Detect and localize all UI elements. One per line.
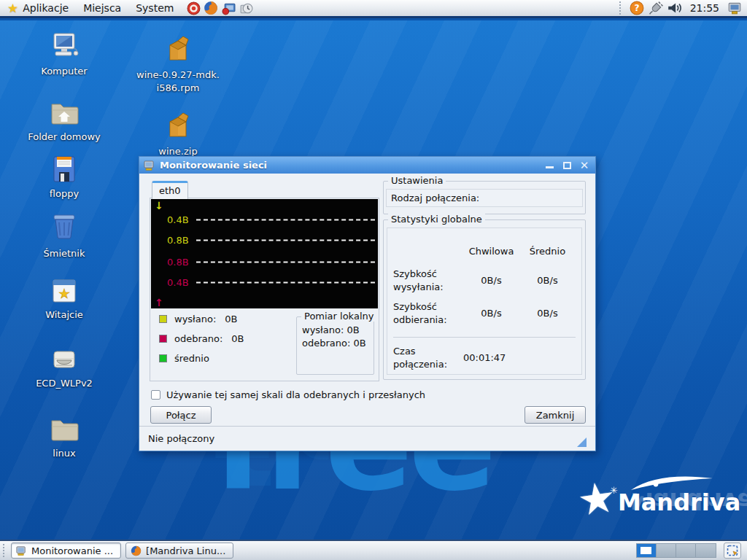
workspace-switcher bbox=[636, 543, 716, 558]
settings-group: Ustawienia Rodzaj połączenia: bbox=[383, 181, 586, 214]
speaker-icon bbox=[667, 1, 683, 15]
window-titlebar[interactable]: Monitorowanie sieci ✕ bbox=[139, 157, 595, 174]
screen-capture-icon bbox=[727, 1, 742, 15]
tasklist-drag-handle[interactable] bbox=[3, 544, 7, 557]
firefox-task-icon bbox=[131, 545, 142, 556]
close-button[interactable]: ✕ bbox=[579, 160, 589, 171]
average-color-swatch bbox=[159, 354, 167, 362]
menu-applications[interactable]: ★ Aplikacje bbox=[0, 0, 76, 16]
connection-status: Nie połączony bbox=[148, 433, 577, 444]
dashed-gridline bbox=[196, 261, 375, 262]
menu-places[interactable]: Miejsca bbox=[76, 0, 128, 16]
tab-eth0[interactable]: eth0 bbox=[152, 181, 188, 199]
mandriva-logo-reflection: Mandriva bbox=[630, 487, 738, 515]
workspace-1[interactable] bbox=[637, 544, 657, 557]
minimize-button[interactable] bbox=[544, 160, 554, 171]
network-monitor-window: Monitorowanie sieci ✕ eth0 ↓ 0.4B 0.8B bbox=[139, 156, 596, 451]
same-scale-option[interactable]: Używanie tej samej skali dla odebranych … bbox=[151, 389, 425, 400]
connect-button[interactable]: Połącz bbox=[150, 406, 212, 424]
life-ring-icon bbox=[187, 1, 201, 15]
window-statusbar: Nie połączony bbox=[139, 426, 595, 451]
window-app-icon bbox=[144, 160, 155, 171]
task-browser[interactable]: [Mandriva Linu... bbox=[125, 542, 233, 559]
panel-launchers bbox=[185, 0, 254, 16]
maximize-icon bbox=[563, 162, 571, 169]
desktop-icon-welcome[interactable]: ★ Witajcie bbox=[17, 277, 112, 322]
home-folder-icon bbox=[47, 98, 82, 128]
clock-app-launcher[interactable] bbox=[238, 0, 254, 16]
browser-launcher[interactable] bbox=[203, 0, 219, 16]
desktop-icon-wine-zip[interactable]: wine.zip bbox=[131, 109, 225, 158]
trash-icon bbox=[47, 210, 82, 245]
mandriva-star-icon: ★ bbox=[7, 1, 18, 15]
package-icon bbox=[160, 109, 196, 143]
close-dialog-button[interactable]: Zamknij bbox=[525, 406, 586, 424]
menu-system[interactable]: System bbox=[128, 0, 181, 16]
bottom-taskbar: Monitorowanie ... [Mandriva Linu... bbox=[0, 540, 747, 560]
desktop-icon-floppy[interactable]: floppy bbox=[17, 153, 112, 201]
welcome-window-icon: ★ bbox=[48, 277, 80, 306]
traffic-graph: ↓ 0.4B 0.8B 0.8B 0.4B ↑ bbox=[151, 199, 378, 308]
firefox-icon bbox=[204, 1, 218, 15]
workspace-4[interactable] bbox=[696, 544, 716, 557]
desktop-icon-wine-rpm[interactable]: wine-0.9.27-mdk. i586.rpm bbox=[131, 33, 225, 94]
orange-question-icon: ? bbox=[630, 1, 644, 15]
panel-clock[interactable]: 21:55 bbox=[686, 2, 724, 14]
resize-grip[interactable] bbox=[577, 438, 587, 447]
desktop-icon-computer[interactable]: Komputer bbox=[17, 31, 112, 78]
mandriva-logo-star-icon: ★ bbox=[576, 479, 618, 519]
upload-arrow-icon: ↑ bbox=[155, 298, 163, 307]
legend-sent: wysłano: 0B bbox=[159, 314, 244, 324]
show-desktop-button[interactable] bbox=[724, 542, 741, 559]
graph-gridline: 0.4B bbox=[151, 214, 375, 225]
help-launcher[interactable] bbox=[185, 0, 201, 16]
maximize-button[interactable] bbox=[562, 160, 572, 171]
package-icon bbox=[160, 33, 196, 66]
dashed-gridline bbox=[196, 239, 375, 241]
desktop-icon-label: linux bbox=[53, 447, 75, 460]
desktop-icon-linux-folder[interactable]: linux bbox=[17, 414, 112, 460]
desktop-icon-home-folder[interactable]: Folder domowy bbox=[17, 98, 112, 144]
stats-header-row: Chwilowa Średnio bbox=[393, 231, 576, 264]
same-scale-checkbox[interactable] bbox=[151, 390, 160, 400]
screenshot-applet[interactable] bbox=[727, 0, 743, 16]
local-sent-row: wysłano: 0B bbox=[302, 324, 368, 335]
task-network-monitor[interactable]: Monitorowanie ... bbox=[11, 542, 121, 559]
display-app-launcher[interactable] bbox=[220, 0, 236, 16]
window-title: Monitorowanie sieci bbox=[160, 160, 540, 171]
stats-separator bbox=[393, 337, 576, 338]
close-icon: ✕ bbox=[580, 160, 589, 171]
folder-icon bbox=[47, 414, 82, 445]
network-status[interactable] bbox=[648, 0, 664, 16]
sent-color-swatch bbox=[159, 315, 167, 323]
desktop-icon-label: Śmietnik bbox=[43, 247, 85, 260]
desktop-icon-label: ECD_WLPv2 bbox=[36, 377, 93, 390]
workspace-2[interactable] bbox=[657, 544, 676, 557]
graph-legend: wysłano: 0B odebrano: 0B średnio bbox=[159, 314, 244, 364]
mandriva-logo: ★ ✳ Mandriva Mandriva bbox=[578, 474, 738, 542]
applet-drag-handle[interactable] bbox=[619, 1, 624, 15]
desktop-icon-label: Witajcie bbox=[45, 308, 83, 322]
cdrom-drive-icon bbox=[47, 346, 82, 375]
volume-control[interactable] bbox=[667, 0, 683, 16]
stats-receive-row: Szybkość odbierania: 0B/s 0B/s bbox=[393, 297, 576, 330]
connection-time-value: 00:01:47 bbox=[463, 352, 506, 363]
network-monitor-task-icon bbox=[16, 545, 27, 556]
help-notification[interactable]: ? bbox=[629, 0, 645, 16]
stats-send-row: Szybkość wysyłania: 0B/s 0B/s bbox=[393, 264, 576, 297]
desktop-icon-trash[interactable]: Śmietnik bbox=[17, 210, 112, 260]
svg-text:★: ★ bbox=[58, 286, 70, 301]
local-measure-group: Pomiar lokalny wysłano: 0B odebrano: 0B bbox=[296, 316, 374, 375]
connection-time-row: Czas połączenia: 00:01:47 bbox=[393, 345, 576, 370]
legend-received: odebrano: 0B bbox=[159, 333, 244, 344]
desktop-icon-cdrom[interactable]: ECD_WLPv2 bbox=[17, 346, 112, 390]
legend-average: średnio bbox=[159, 353, 244, 364]
received-color-swatch bbox=[159, 335, 167, 343]
dashed-gridline bbox=[196, 281, 375, 283]
workspace-3[interactable] bbox=[676, 544, 696, 557]
minimize-icon bbox=[546, 166, 554, 168]
monitor-red-icon bbox=[222, 1, 236, 15]
connection-type-label: Rodzaj połączenia: bbox=[386, 189, 583, 207]
graph-gridline: 0.4B bbox=[151, 277, 375, 288]
global-stats-table: Chwilowa Średnio Szybkość wysyłania: 0B/… bbox=[387, 228, 582, 375]
